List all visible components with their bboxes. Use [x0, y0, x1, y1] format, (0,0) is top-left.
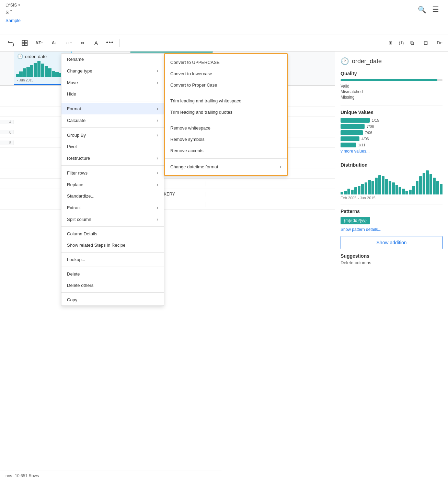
remove-whitespace-label: Remove whitespace	[170, 125, 210, 131]
menu-replace[interactable]: Replace ›	[61, 179, 164, 190]
chart-bar	[34, 63, 37, 77]
pattern-badge: {m}/{dd}/{yy}	[341, 217, 370, 224]
menu-change-type[interactable]: Change type ›	[61, 65, 164, 77]
extract-label: Extract	[67, 205, 81, 210]
menu-delete[interactable]: Delete	[61, 268, 164, 280]
menu-hide[interactable]: Hide	[61, 88, 164, 100]
value-label: 1/11	[358, 143, 365, 147]
menu-delete-others[interactable]: Delete others	[61, 280, 164, 291]
change-type-arrow: ›	[157, 68, 158, 74]
svg-rect-1	[25, 40, 27, 43]
submenu-proper-case[interactable]: Convert to Proper Case	[165, 79, 287, 91]
move-button[interactable]: ↔+	[63, 37, 74, 48]
clone-button[interactable]: ⧉	[406, 37, 417, 48]
submenu-remove-whitespace[interactable]: Remove whitespace	[165, 122, 287, 134]
pivot-label: Pivot	[67, 144, 77, 149]
menu-pivot[interactable]: Pivot	[61, 141, 164, 152]
dist-bar	[382, 176, 384, 194]
copy-label: Copy	[67, 297, 77, 302]
distribution-title: Distribution	[341, 162, 443, 168]
resize-button[interactable]: ⇔	[77, 37, 88, 48]
menu-show-related[interactable]: Show related Steps in Recipe	[61, 239, 164, 251]
dropdown-row[interactable]: S ˅	[5, 10, 12, 15]
menu-standardize[interactable]: Standardize...	[61, 190, 164, 202]
submenu-remove-symbols[interactable]: Remove symbols	[165, 134, 287, 145]
value-row: 7/06	[341, 124, 443, 129]
sort-za-button[interactable]: A↓	[48, 37, 60, 48]
menu-group-by[interactable]: Group By ›	[61, 129, 164, 141]
dist-bar	[371, 181, 374, 194]
dist-bar	[368, 180, 371, 194]
submenu-trim-whitespace[interactable]: Trim leading and trailing whitespace	[165, 95, 287, 107]
menu-divider5	[61, 252, 164, 253]
top-nav-icons: 🔍 ☰	[418, 5, 440, 14]
menu-rename[interactable]: Rename	[61, 54, 164, 65]
top-nav: LYSIS > S ˅ Sample 🔍 ☰	[0, 0, 448, 34]
menu-calculate[interactable]: Calculate ›	[61, 114, 164, 126]
more-values-link[interactable]: v more values...	[341, 149, 443, 154]
submenu-uppercase[interactable]: Convert to UPPERCASE	[165, 57, 287, 68]
submenu-change-datetime[interactable]: Change datetime format ›	[165, 161, 287, 172]
menu-lookup[interactable]: Lookup...	[61, 254, 164, 265]
dist-bar	[423, 173, 425, 194]
panel-clock-icon: 🕐	[341, 57, 349, 65]
column-details-label: Column Details	[67, 231, 97, 236]
more-button[interactable]: •••	[104, 37, 115, 48]
show-addition-button[interactable]: Show addition	[341, 236, 443, 249]
hide-label: Hide	[67, 91, 76, 97]
grid-button[interactable]: ⊞	[385, 37, 396, 48]
row-num-cell: 5	[0, 141, 14, 145]
footer-row-count: 10,651 Rows	[15, 473, 39, 478]
dist-bar	[429, 174, 432, 194]
undo-button[interactable]	[5, 37, 16, 48]
submenu-trim-quotes[interactable]: Trim leading and trailing quotes	[165, 107, 287, 118]
trim-whitespace-label: Trim leading and trailing whitespace	[170, 98, 241, 103]
menu-icon[interactable]: ☰	[432, 5, 440, 14]
lookup-label: Lookup...	[67, 257, 85, 262]
pattern-details-link[interactable]: Show pattern details...	[341, 227, 443, 232]
table-row: BREAD · & · BAKERY	[0, 189, 335, 199]
filter-button[interactable]: ⊟	[420, 37, 431, 48]
sort-az-button[interactable]: AZ↑	[33, 37, 45, 48]
font-button[interactable]: A	[91, 37, 102, 48]
submenu-divider3	[165, 158, 287, 159]
uppercase-label: Convert to UPPERCASE	[170, 60, 220, 65]
show-related-label: Show related Steps in Recipe	[67, 243, 126, 248]
menu-filter-rows[interactable]: Filter rows ›	[61, 167, 164, 179]
chart-bar	[16, 74, 19, 77]
order-date-label: order_date	[25, 54, 47, 59]
chart-bar	[41, 64, 44, 77]
search-icon[interactable]: 🔍	[418, 5, 426, 14]
replace-arrow: ›	[157, 182, 158, 187]
divider	[341, 105, 443, 105]
toolbar: AZ↑ A↓ ↔+ ⇔ A ••• ⊞ (1) ⧉ ⊟ De	[0, 34, 448, 52]
dist-bar	[365, 182, 367, 194]
value-row: 1/11	[341, 143, 443, 147]
menu-divider3	[61, 165, 164, 166]
calculate-label: Calculate	[67, 118, 85, 123]
de-label: De	[437, 40, 443, 45]
filter-rows-label: Filter rows	[67, 170, 88, 176]
dist-bar	[409, 190, 412, 194]
menu-copy[interactable]: Copy	[61, 294, 164, 305]
menu-split-column[interactable]: Split column ›	[61, 213, 164, 225]
submenu-lowercase[interactable]: Convert to lowercase	[165, 68, 287, 79]
menu-move[interactable]: Move ›	[61, 77, 164, 88]
menu-divider7	[61, 292, 164, 293]
menu-column-details[interactable]: Column Details	[61, 228, 164, 239]
svg-rect-2	[22, 43, 25, 45]
chart-bar	[37, 61, 41, 77]
dist-bar	[395, 185, 398, 194]
submenu-remove-accents[interactable]: Remove accents	[165, 145, 287, 156]
menu-format[interactable]: Format ›	[61, 103, 164, 114]
divider3	[341, 204, 443, 204]
sample-link[interactable]: Sample	[5, 18, 21, 23]
restructure-arrow: ›	[157, 155, 158, 161]
dist-range: Feb 2005 - Jun 2015	[341, 196, 443, 200]
chart-bar	[19, 71, 22, 77]
merge-button[interactable]	[19, 37, 30, 48]
dist-bar	[433, 178, 436, 194]
menu-extract[interactable]: Extract ›	[61, 202, 164, 213]
dist-bar	[402, 189, 405, 194]
menu-restructure[interactable]: Restructure ›	[61, 152, 164, 164]
